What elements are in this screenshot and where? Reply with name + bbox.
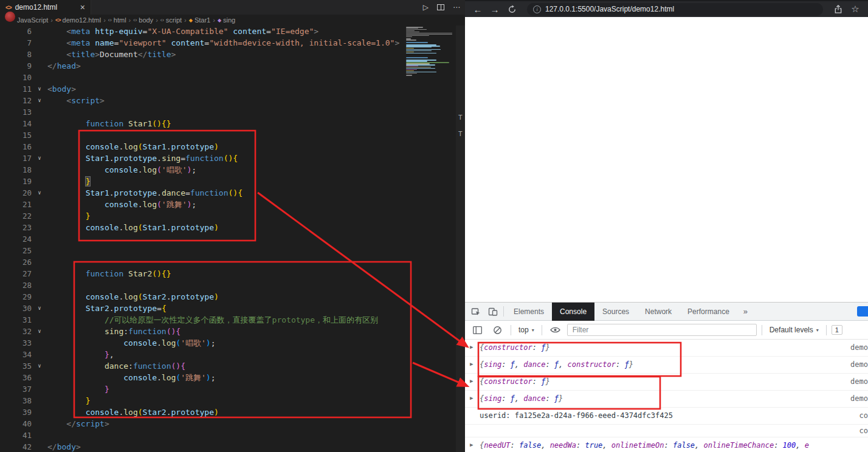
console-row[interactable]: ▶{sing: ƒ, dance: ƒ, constructor: ƒ}demo [465,357,868,374]
bookmark-star-icon[interactable]: ☆ [849,2,862,16]
expand-arrow-icon[interactable]: ▶ [470,343,480,350]
tab-sources[interactable]: Sources [594,303,637,321]
code-line[interactable]: 38 } [0,395,465,406]
code-line[interactable]: 34 }, [0,349,465,360]
code-line[interactable]: 8 <title>Document</title> [0,49,465,60]
context-selector[interactable]: top ▾ [516,326,537,334]
code-line[interactable]: 41 [0,430,465,441]
issues-badge[interactable]: 1 [832,325,842,335]
fold-chevron-icon[interactable]: ∨ [33,360,46,372]
code-editor[interactable]: 6 <meta http-equiv="X-UA-Compatible" con… [0,26,465,452]
code-line[interactable]: 6 <meta http-equiv="X-UA-Compatible" con… [0,26,465,37]
tab-network[interactable]: Network [637,303,680,321]
back-button[interactable]: ← [471,2,484,16]
expand-arrow-icon[interactable]: ▶ [470,440,480,448]
code-line[interactable]: 20∨ Star1.prototype.dance=function(){ [0,187,465,199]
fold-chevron-icon[interactable]: ∨ [33,83,46,95]
levels-dropdown[interactable]: Default levels ▾ [767,326,821,334]
console-row[interactable]: ▶{constructor: ƒ}demo [465,374,868,391]
code-line[interactable]: 24 [0,233,465,245]
close-icon[interactable]: × [80,3,85,12]
breadcrumb-item[interactable]: ‹›html [108,16,126,24]
clear-console-icon[interactable] [489,321,506,338]
code-line[interactable]: 22 } [0,210,465,222]
code-line[interactable]: 25 [0,245,465,256]
share-icon[interactable] [832,2,845,16]
more-tabs-icon[interactable]: » [737,307,754,316]
source-link[interactable]: demo [850,394,868,403]
tab-elements[interactable]: Elements [506,303,552,321]
expand-arrow-icon[interactable]: ▶ [470,377,480,384]
editor-tab[interactable]: <> demo12.html × [0,0,91,15]
forward-button[interactable]: → [488,2,501,16]
more-actions-icon[interactable]: ⋯ [453,3,460,12]
address-bar[interactable]: i 127.0.0.1:5500/JavaScript/demo12.html [527,3,823,16]
eye-icon[interactable] [547,321,564,338]
code-line[interactable]: 12∨ <script> [0,95,465,106]
inspect-element-icon[interactable] [467,303,484,320]
fold-chevron-icon[interactable]: ∨ [33,152,46,164]
console-row[interactable]: userid: fa125e2a-d24a-f966-eeed-4374dfc3… [465,408,868,425]
expand-arrow-icon[interactable]: ▶ [470,394,480,401]
code-line[interactable]: 30∨ Star2.prototype={ [0,303,465,314]
code-line[interactable]: 14 function Star1(){} [0,118,465,129]
code-line[interactable]: 7 <meta name="viewport" content="width=d… [0,37,465,49]
reload-button[interactable] [505,2,518,16]
code-line[interactable]: 26 [0,256,465,268]
code-line[interactable]: 9</head> [0,60,465,72]
source-link[interactable]: demo [850,360,868,369]
code-line[interactable]: 19 } [0,176,465,187]
code-line[interactable]: 16 console.log(Star1.prototype) [0,141,465,152]
console-row[interactable]: ▶{needUT: false, needWa: true, onlinetim… [465,437,868,452]
console-sidebar-icon[interactable] [469,321,486,338]
console-row[interactable]: co [465,425,868,437]
code-line[interactable]: 29 console.log(Star2.prototype) [0,291,465,303]
code-line[interactable]: 18 console.log('唱歌'); [0,164,465,176]
site-info-icon[interactable]: i [533,5,541,13]
source-link[interactable]: co [859,426,868,436]
breadcrumb-item[interactable]: JavaScript [17,16,48,24]
code-line[interactable]: 13 [0,106,465,118]
console-row[interactable]: ▶{constructor: ƒ}demo [465,340,868,357]
fold-chevron-icon[interactable]: ∨ [33,95,46,106]
fold-chevron-icon[interactable]: ∨ [33,326,46,337]
expand-arrow-icon[interactable]: ▶ [470,360,480,367]
tab-console[interactable]: Console [552,303,594,321]
code-line[interactable]: 31 //可以给原型一次性定义多个函数，直接覆盖了prototype，和上面的有… [0,314,465,326]
minimap[interactable] [406,27,455,76]
code-line[interactable]: 36 console.log('跳舞'); [0,372,465,383]
breadcrumb-item[interactable]: ◆Star1 [189,16,210,24]
code-line[interactable]: 35∨ dance:function(){ [0,360,465,372]
code-line[interactable]: 17∨ Star1.prototype.sing=function(){ [0,152,465,164]
device-toolbar-icon[interactable] [484,303,501,320]
code-line[interactable]: 11∨<body> [0,83,465,95]
breadcrumb-item[interactable]: ‹›script [160,16,182,24]
source-link[interactable]: demo [850,343,868,352]
console-row[interactable]: ▶{sing: ƒ, dance: ƒ}demo [465,391,868,408]
code-line[interactable]: 33 console.log('唱歌'); [0,337,465,349]
code-line[interactable]: 10 [0,72,465,83]
source-link[interactable]: co [859,411,868,420]
editor-scrollbar[interactable]: TT [456,26,465,452]
run-icon[interactable]: ▷ [423,3,429,12]
breadcrumb-item[interactable]: ◆sing [218,16,235,24]
code-line[interactable]: 39 console.log(Star2.prototype) [0,406,465,418]
code-line[interactable]: 21 console.log('跳舞'); [0,199,465,210]
code-line[interactable]: 32∨ sing:function(){ [0,326,465,337]
code-line[interactable]: 28 [0,279,465,291]
filter-input[interactable] [567,324,757,336]
feedback-icon[interactable] [857,306,868,317]
code-line[interactable]: 27 function Star2(){} [0,268,465,279]
tab-performance[interactable]: Performance [680,303,737,321]
code-line[interactable]: 15 [0,129,465,141]
code-line[interactable]: 40 </script> [0,418,465,430]
fold-chevron-icon[interactable]: ∨ [33,303,46,314]
fold-chevron-icon[interactable]: ∨ [33,187,46,199]
breadcrumb-item[interactable]: ‹›body [133,16,153,24]
source-link[interactable]: demo [850,377,868,386]
breadcrumb-item[interactable]: <>demo12.html [55,16,101,24]
code-line[interactable]: 37 } [0,383,465,395]
code-line[interactable]: 42</body> [0,441,465,452]
code-line[interactable]: 23 console.log(Star1.prototype) [0,222,465,233]
split-editor-icon[interactable] [437,4,444,10]
